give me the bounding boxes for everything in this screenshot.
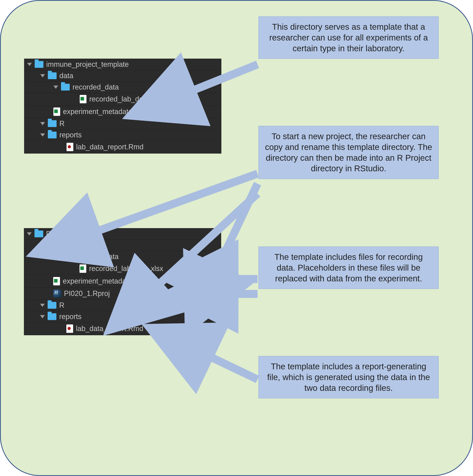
folder-icon <box>48 72 57 79</box>
chevron-down-icon <box>40 244 45 247</box>
folder-label: data <box>59 242 73 249</box>
diagram-canvas: immune_project_template data recorded_da… <box>0 0 473 476</box>
callout-copy-rename: To start a new project, the researcher c… <box>259 126 439 179</box>
folder-icon <box>48 120 57 127</box>
file-label: recorded_lab_data.xlsx <box>89 265 163 272</box>
tree-row[interactable]: R <box>24 118 221 129</box>
file-tree-instance: PI020_1 data recorded_data x recorded_la… <box>24 228 221 335</box>
tree-row[interactable]: reports <box>24 311 221 323</box>
folder-label: reports <box>59 313 82 320</box>
tree-row[interactable]: x experiment_metadata.xlsx <box>24 105 221 118</box>
callout-data-files: The template includes files for recordin… <box>259 246 439 289</box>
folder-icon <box>48 313 56 320</box>
file-label: recorded_lab_data.xlsx <box>89 96 163 103</box>
arrow-icon <box>201 353 258 379</box>
folder-label: reports <box>59 131 82 139</box>
callout-template-directory: This directory serves as a template that… <box>259 16 439 59</box>
folder-icon <box>48 132 57 138</box>
tree-row[interactable]: recorded_data <box>24 251 221 262</box>
tree-row[interactable]: data <box>24 240 221 251</box>
tree-row[interactable]: x experiment_metadata.xlsx <box>24 275 221 288</box>
folder-label: data <box>59 72 73 79</box>
file-label: experiment_metadata.xlsx <box>63 108 147 115</box>
file-tree-template: immune_project_template data recorded_da… <box>24 59 221 153</box>
chevron-down-icon <box>40 122 45 125</box>
folder-label: recorded_data <box>72 253 118 260</box>
arrow-icon <box>88 174 258 234</box>
tree-row[interactable]: data <box>24 70 221 82</box>
rproj-file-icon <box>53 289 61 298</box>
tree-row[interactable]: recorded_data <box>24 82 221 93</box>
chevron-down-icon <box>40 74 45 77</box>
tree-row[interactable]: PI020_1.Rproj <box>24 288 221 300</box>
tree-row[interactable]: x recorded_lab_data.xlsx <box>24 262 221 275</box>
rmd-file-icon <box>66 324 73 333</box>
chevron-down-icon <box>27 232 32 236</box>
folder-label: R <box>59 120 65 127</box>
file-label: lab_data_report.Rmd <box>76 325 143 332</box>
folder-label: recorded_data <box>73 84 119 91</box>
folder-icon <box>61 253 69 260</box>
folder-icon <box>34 231 43 237</box>
folder-icon <box>48 302 56 309</box>
folder-label: PI020_1 <box>46 230 73 238</box>
folder-icon <box>61 84 70 90</box>
tree-row[interactable]: PI020_1 <box>24 228 221 240</box>
folder-label: R <box>59 302 64 309</box>
tree-row[interactable]: lab_data_report.Rmd <box>24 141 221 153</box>
chevron-down-icon <box>40 315 45 318</box>
chevron-down-icon <box>53 255 58 258</box>
tree-row[interactable]: x recorded_lab_data.xlsx <box>24 93 221 105</box>
tree-row[interactable]: lab_data_report.Rmd <box>24 323 221 335</box>
tree-row[interactable]: reports <box>24 129 221 141</box>
xlsx-file-icon: x <box>80 264 86 273</box>
file-label: experiment_metadata.xlsx <box>63 278 147 285</box>
chevron-down-icon <box>40 304 45 307</box>
chevron-down-icon <box>27 63 32 66</box>
chevron-down-icon <box>53 85 58 89</box>
xlsx-file-icon: x <box>80 95 86 103</box>
callout-report-file: The template includes a report-generatin… <box>259 356 439 398</box>
tree-row[interactable]: R <box>24 300 221 311</box>
rmd-file-icon <box>66 143 73 151</box>
tree-row[interactable]: immune_project_template <box>24 59 221 70</box>
xlsx-file-icon: x <box>53 107 60 116</box>
file-label: PI020_1.Rproj <box>64 290 110 297</box>
chevron-down-icon <box>40 133 45 136</box>
folder-label: immune_project_template <box>46 61 129 68</box>
folder-icon <box>35 61 43 68</box>
xlsx-file-icon: x <box>53 277 60 285</box>
folder-icon <box>48 242 56 249</box>
file-label: lab_data_report.Rmd <box>76 143 144 151</box>
